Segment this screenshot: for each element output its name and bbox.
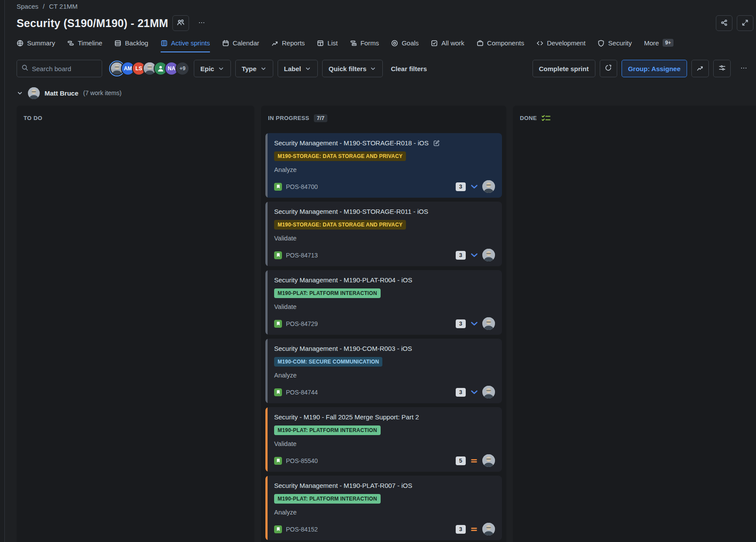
tab-calendar[interactable]: Calendar	[222, 39, 259, 52]
card-assignee-avatar[interactable]	[482, 386, 495, 398]
card-pos-84729[interactable]: Security Management - M190-PLAT-R004 - i…	[265, 270, 502, 335]
issue-key[interactable]: POS-84729	[286, 320, 318, 327]
members-button[interactable]	[172, 15, 189, 31]
tab-all-work[interactable]: All work	[431, 39, 464, 52]
card-assignee-avatar[interactable]	[482, 317, 495, 330]
tab-active-sprints[interactable]: Active sprints	[161, 39, 210, 52]
tab-label: Backlog	[125, 39, 148, 47]
title-more-button[interactable]	[193, 15, 210, 31]
card-status: Validate	[274, 235, 495, 242]
collapse-chevron-icon[interactable]	[17, 90, 23, 96]
estimate-badge[interactable]: 3	[456, 388, 466, 397]
breadcrumb-separator: /	[43, 3, 45, 10]
chevron-down-icon	[218, 65, 224, 72]
card-assignee-avatar[interactable]	[482, 454, 495, 467]
tab-list[interactable]: List	[317, 39, 337, 52]
tab-label: Summary	[27, 39, 55, 47]
checklist-icon	[541, 114, 551, 122]
estimate-badge[interactable]: 3	[456, 251, 466, 260]
epic-label-chip[interactable]: M190-PLAT: PLATFORM INTERACTION	[274, 425, 381, 435]
breadcrumb-project[interactable]: CT 21MM	[49, 3, 78, 10]
card-pos-84700[interactable]: Security Management - M190-STORAGE-R018 …	[265, 133, 502, 198]
tab-backlog[interactable]: Backlog	[114, 39, 148, 52]
epic-label-chip[interactable]: M190-COM: SECURE COMMUNICATION	[274, 357, 382, 367]
card-accent-bar	[265, 133, 268, 198]
column-name: TO DO	[24, 115, 42, 121]
card-accent-bar	[265, 202, 268, 266]
epic-label-chip[interactable]: M190-PLAT: PLATFORM INTERACTION	[274, 494, 381, 504]
card-assignee-avatar[interactable]	[482, 523, 495, 535]
edit-icon[interactable]	[433, 140, 440, 147]
card-pos-84152[interactable]: Security Management - M190-PLAT-R007 - i…	[265, 476, 502, 540]
tab-label: All work	[441, 39, 464, 47]
story-icon	[274, 251, 282, 259]
page: Spaces / CT 21MM Security (S190/M190) - …	[5, 0, 756, 542]
tab-timeline[interactable]: Timeline	[67, 39, 102, 52]
column-name: DONE	[520, 115, 537, 121]
code-icon	[536, 40, 543, 47]
dropdown-label: Label	[284, 65, 301, 72]
tab-components[interactable]: Components	[477, 39, 524, 52]
loop-arrow-icon	[605, 64, 612, 73]
column-count-badge: 7/7	[314, 114, 327, 122]
estimate-badge[interactable]: 3	[456, 319, 466, 328]
board-settings-button[interactable]	[713, 60, 731, 77]
estimate-badge[interactable]: 5	[456, 456, 466, 465]
epic-label-chip[interactable]: M190-PLAT: PLATFORM INTERACTION	[274, 288, 381, 298]
breadcrumb: Spaces / CT 21MM	[17, 1, 756, 11]
dropdown-label: Type	[242, 65, 257, 72]
estimate-badge[interactable]: 3	[456, 182, 466, 191]
chevron-down-icon	[260, 65, 267, 72]
quick-filters-dropdown[interactable]: Quick filters	[322, 60, 383, 77]
issue-key[interactable]: POS-84700	[286, 183, 318, 190]
card-footer: POS-85540 5	[274, 454, 495, 467]
board-more-button[interactable]	[735, 60, 753, 77]
card-footer: POS-84729 3	[274, 317, 495, 330]
card-footer: POS-84700 3	[274, 180, 495, 193]
epic-dropdown[interactable]: Epic	[194, 60, 231, 77]
priority-medium-icon	[470, 527, 478, 532]
clear-filters-button[interactable]: Clear filters	[387, 65, 430, 72]
automation-button[interactable]	[600, 60, 617, 77]
epic-label-chip[interactable]: M190-STORAGE: DATA STORAGE AND PRIVACY	[274, 220, 406, 230]
search-board-input[interactable]	[17, 60, 102, 77]
column-done: DONE	[513, 106, 756, 542]
card-pos-84744[interactable]: Security Management - M190-COM-R003 - iO…	[265, 339, 502, 403]
tab-summary[interactable]: Summary	[17, 39, 55, 52]
tab-goals[interactable]: Goals	[391, 39, 419, 52]
card-assignee-avatar[interactable]	[482, 249, 495, 261]
fullscreen-button[interactable]	[737, 15, 753, 31]
card-title: Security Management - M190-STORAGE-R018 …	[274, 139, 429, 148]
tab-more[interactable]: More9+	[644, 39, 674, 52]
epic-label-chip[interactable]: M190-STORAGE: DATA STORAGE AND PRIVACY	[274, 151, 406, 161]
group-by-button[interactable]: Group: Assignee	[622, 60, 687, 77]
insights-button[interactable]	[691, 60, 709, 77]
issue-key[interactable]: POS-85540	[286, 457, 318, 464]
priority-low-icon	[470, 321, 478, 326]
estimate-badge[interactable]: 3	[456, 525, 466, 534]
share-button[interactable]	[716, 15, 732, 31]
tab-bar: SummaryTimelineBacklogActive sprintsCale…	[17, 36, 756, 52]
card-footer: POS-84152 3	[274, 523, 495, 535]
chevron-down-icon	[370, 65, 376, 72]
card-assignee-avatar[interactable]	[482, 180, 495, 193]
filter-avatar-+9[interactable]: +9	[175, 62, 189, 75]
complete-sprint-button[interactable]: Complete sprint	[533, 60, 595, 77]
tab-security[interactable]: Security	[598, 39, 632, 52]
tab-label: Reports	[282, 39, 305, 47]
card-pos-85540[interactable]: Security - M190 - Fall 2025 Merge Suppor…	[265, 407, 502, 472]
type-dropdown[interactable]: Type	[235, 60, 273, 77]
tab-development[interactable]: Development	[536, 39, 585, 52]
tab-forms[interactable]: Forms	[350, 39, 379, 52]
target-icon	[391, 40, 398, 47]
issue-key[interactable]: POS-84744	[286, 389, 318, 396]
issue-key[interactable]: POS-84152	[286, 526, 318, 533]
breadcrumb-spaces[interactable]: Spaces	[17, 3, 38, 10]
card-pos-84713[interactable]: Security Management - M190-STORAGE-R011 …	[265, 202, 502, 266]
globe-icon	[17, 40, 24, 47]
search-input[interactable]	[32, 65, 97, 72]
tab-reports[interactable]: Reports	[271, 39, 305, 52]
board: TO DOIN PROGRESS7/7 Security Management …	[17, 106, 756, 542]
issue-key[interactable]: POS-84713	[286, 252, 318, 259]
label-dropdown[interactable]: Label	[278, 60, 318, 77]
